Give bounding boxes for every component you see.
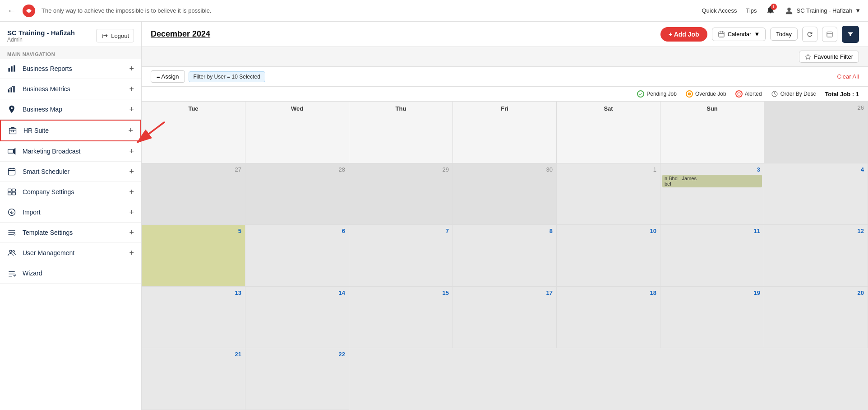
sidebar-item-company-settings[interactable]: Company Settings +	[0, 182, 141, 202]
day-cell[interactable]: 22	[245, 348, 349, 410]
svg-rect-18	[8, 189, 12, 191]
expand-icon: +	[129, 105, 134, 114]
day-event[interactable]: n Bhd - Jamesbel	[662, 175, 762, 187]
day-cell[interactable]: 27	[142, 163, 245, 225]
sidebar-item-wizard[interactable]: Wizard	[0, 263, 141, 284]
svg-rect-14	[9, 168, 15, 175]
clear-all-button[interactable]: Clear All	[837, 73, 859, 80]
refresh-button[interactable]	[802, 27, 817, 42]
sidebar-item-hr-suite[interactable]: HR Suite +	[0, 120, 141, 141]
sidebar-item-marketing-broadcast[interactable]: Marketing Broadcast +	[0, 141, 141, 162]
day-cell[interactable]: 26	[764, 102, 868, 163]
assign-button[interactable]: = Assign	[151, 70, 185, 83]
day-cell[interactable]: 11	[660, 225, 764, 287]
order-label: Order By Desc	[780, 91, 816, 97]
day-cell[interactable]: 21	[142, 348, 245, 410]
topbar-right: Quick Access Tips 1 SC Training - Hafiza…	[702, 5, 861, 16]
day-cell[interactable]: 30	[453, 163, 557, 225]
day-cell[interactable]: 1	[557, 163, 660, 225]
svg-point-1	[787, 7, 790, 10]
sidebar: SC Training - Hafizah Admin Logout MAIN …	[0, 22, 142, 410]
day-cell-today[interactable]: 5	[142, 225, 245, 287]
day-cell[interactable]: 8	[453, 225, 557, 287]
favourite-filter-button[interactable]: Favourite Filter	[799, 51, 859, 63]
svg-rect-6	[11, 88, 12, 93]
sidebar-item-smart-scheduler[interactable]: Smart Scheduler +	[0, 162, 141, 182]
bar-chart-icon	[7, 64, 17, 74]
users-icon	[7, 248, 17, 258]
svg-rect-34	[719, 32, 724, 37]
sidebar-item-label: HR Suite	[23, 127, 49, 134]
svg-marker-40	[805, 54, 811, 59]
calendar-dropdown-button[interactable]: Calendar ▼	[712, 28, 766, 41]
svg-rect-2	[9, 68, 10, 71]
back-button[interactable]: ←	[7, 5, 16, 16]
legend-overdue: ! Overdue Job	[686, 90, 726, 98]
topbar: ← The only way to achieve the impossible…	[0, 0, 868, 22]
sidebar-item-label: Smart Scheduler	[23, 168, 69, 175]
day-cell[interactable]: 19	[660, 287, 764, 349]
day-cell[interactable]: 17	[453, 287, 557, 349]
filter-tag: Filter by User = 10 Selected	[189, 71, 265, 82]
sidebar-header: SC Training - Hafizah Admin Logout	[0, 22, 141, 47]
building-icon	[8, 126, 18, 135]
topbar-motto: The only way to achieve the impossible i…	[42, 7, 696, 14]
day-cell[interactable]: 14	[245, 287, 349, 349]
sidebar-item-import[interactable]: Import +	[0, 202, 141, 223]
logout-label: Logout	[111, 33, 129, 39]
day-cell[interactable]: 6	[245, 225, 349, 287]
tips-link[interactable]: Tips	[746, 7, 757, 14]
calendar-title: December 2024	[151, 29, 210, 39]
day-header-sun: Sun	[660, 102, 764, 163]
svg-point-27	[14, 234, 15, 235]
import-icon	[7, 207, 17, 217]
filter-funnel-button[interactable]	[842, 26, 859, 43]
map-icon	[7, 104, 17, 114]
day-header-sat: Sat	[557, 102, 660, 163]
sidebar-item-business-reports[interactable]: Business Reports +	[0, 59, 141, 79]
expand-icon: +	[129, 64, 134, 74]
day-cell[interactable]: 10	[557, 225, 660, 287]
day-cell[interactable]: 15	[349, 287, 453, 349]
bell-badge: 1	[771, 4, 777, 10]
day-cell[interactable]: 12	[764, 225, 868, 287]
day-cell[interactable]: 28	[245, 163, 349, 225]
day-cell[interactable]: 18	[557, 287, 660, 349]
calendar-container: Tue Wed Thu Fri Sat Sun 26 27 28 29 30 1…	[142, 102, 868, 410]
expand-icon: +	[129, 208, 134, 217]
logout-button[interactable]: Logout	[96, 29, 134, 42]
day-header-wed: Wed	[245, 102, 349, 163]
day-header-tue: Tue	[142, 102, 245, 163]
day-cell[interactable]: 29	[349, 163, 453, 225]
header-actions: + Add Job Calendar ▼ Today	[660, 26, 859, 43]
overdue-label: Overdue Job	[695, 91, 726, 97]
day-cell[interactable]: 20	[764, 287, 868, 349]
day-header-fri: Fri	[453, 102, 557, 163]
metrics-icon	[7, 84, 17, 94]
user-menu[interactable]: SC Training - Hafizah ▼	[784, 6, 861, 16]
day-cell[interactable]: 4	[764, 163, 868, 225]
sidebar-item-template-settings[interactable]: Template Settings +	[0, 223, 141, 243]
sidebar-item-label: User Management	[23, 249, 74, 256]
sidebar-item-label: Business Metrics	[23, 85, 70, 93]
day-header-thu: Thu	[349, 102, 453, 163]
add-job-button[interactable]: + Add Job	[660, 27, 707, 42]
legend-order: Order By Desc	[771, 90, 816, 98]
favourite-filter-label: Favourite Filter	[814, 53, 853, 60]
svg-point-45	[739, 94, 739, 95]
calendar-icon-button[interactable]	[822, 27, 837, 42]
calendar-label: Calendar	[728, 31, 752, 37]
day-cell[interactable]: 3 n Bhd - Jamesbel	[660, 163, 764, 225]
svg-rect-4	[14, 65, 15, 72]
today-button[interactable]: Today	[770, 28, 798, 41]
sidebar-item-user-management[interactable]: User Management +	[0, 243, 141, 263]
day-cell[interactable]: 13	[142, 287, 245, 349]
sidebar-item-business-map[interactable]: Business Map +	[0, 99, 141, 120]
svg-point-29	[13, 251, 14, 252]
notification-bell[interactable]: 1	[766, 5, 775, 16]
sidebar-user-role: Admin	[7, 37, 75, 43]
day-cell[interactable]: 7	[349, 225, 453, 287]
expand-icon: +	[129, 147, 134, 156]
sidebar-item-business-metrics[interactable]: Business Metrics +	[0, 79, 141, 99]
quick-access-link[interactable]: Quick Access	[702, 7, 737, 14]
